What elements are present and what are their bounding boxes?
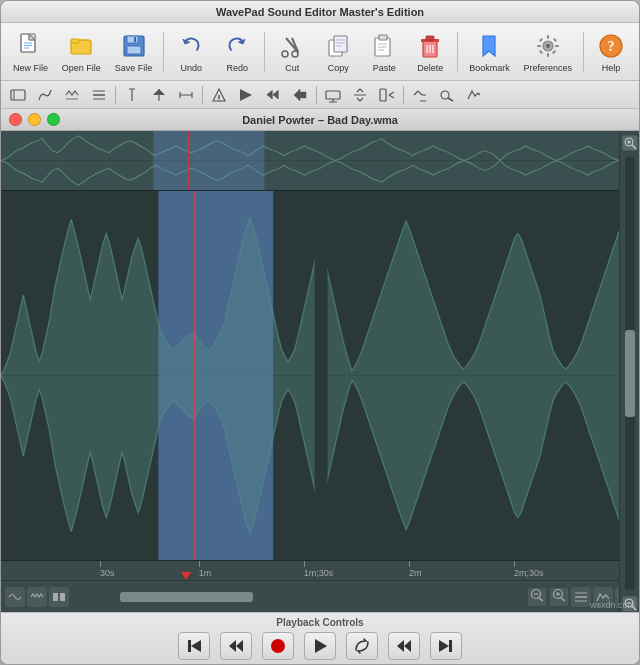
tb2-btn-16[interactable] xyxy=(434,84,460,106)
tb2-btn-1[interactable] xyxy=(5,84,31,106)
open-file-button[interactable]: Open File xyxy=(56,27,107,76)
waveform-icon-btn-3[interactable] xyxy=(49,587,69,607)
tb2-btn-14[interactable] xyxy=(374,84,400,106)
scrollbar-track[interactable] xyxy=(75,592,521,602)
timeline-marker-130s: 1m;30s xyxy=(304,568,334,578)
svg-rect-34 xyxy=(426,36,434,40)
tb2-btn-10[interactable] xyxy=(260,84,286,106)
scrollbar-thumb[interactable] xyxy=(120,592,254,602)
timeline-marker-1m: 1m xyxy=(199,568,212,578)
tb2-btn-9[interactable] xyxy=(233,84,259,106)
svg-marker-64 xyxy=(294,89,306,101)
timeline-marker-230s: 2m;30s xyxy=(514,568,544,578)
tb2-btn-4[interactable] xyxy=(86,84,112,106)
svg-rect-50 xyxy=(11,90,25,100)
tb2-btn-3[interactable] xyxy=(59,84,85,106)
rewind-button[interactable] xyxy=(220,632,252,660)
svg-marker-113 xyxy=(449,640,452,652)
fast-forward-button[interactable] xyxy=(388,632,420,660)
paste-icon xyxy=(368,30,400,62)
svg-point-39 xyxy=(546,44,550,48)
waveform-main[interactable] xyxy=(1,191,639,560)
tb2-btn-8[interactable] xyxy=(206,84,232,106)
overview-waveform-svg xyxy=(1,131,639,190)
copy-label: Copy xyxy=(328,63,349,73)
minimize-button[interactable] xyxy=(28,113,41,126)
preferences-label: Preferences xyxy=(524,63,573,73)
tb2-btn-12[interactable] xyxy=(320,84,346,106)
close-button[interactable] xyxy=(9,113,22,126)
bookmark-button[interactable]: Bookmark xyxy=(463,27,515,76)
waveform-overview[interactable] xyxy=(1,131,639,191)
save-file-button[interactable]: Save File xyxy=(109,27,158,76)
svg-rect-46 xyxy=(539,50,543,54)
waveform-container[interactable]: 30s 1m 1m;30s 2m 2m;30s xyxy=(1,131,639,612)
new-file-icon xyxy=(14,30,46,62)
paste-label: Paste xyxy=(373,63,396,73)
paste-button[interactable]: Paste xyxy=(362,27,406,76)
tb2-btn-11[interactable] xyxy=(287,84,313,106)
svg-rect-40 xyxy=(547,35,549,39)
svg-marker-110 xyxy=(397,640,404,652)
tb2-sep-1 xyxy=(115,86,116,104)
zoom-vertical-track[interactable] xyxy=(625,157,635,590)
svg-marker-106 xyxy=(236,640,243,652)
redo-button[interactable]: Redo xyxy=(215,27,259,76)
zoom-vertical-thumb[interactable] xyxy=(625,330,635,417)
cut-button[interactable]: Cut xyxy=(270,27,314,76)
tb2-btn-2[interactable] xyxy=(32,84,58,106)
svg-rect-44 xyxy=(539,38,543,42)
maximize-button[interactable] xyxy=(47,113,60,126)
svg-marker-63 xyxy=(240,89,252,101)
preferences-button[interactable]: Preferences xyxy=(518,27,578,76)
tb2-btn-17[interactable] xyxy=(461,84,487,106)
title-bar: WavePad Sound Editor Master's Edition xyxy=(1,1,639,23)
svg-point-62 xyxy=(218,99,220,101)
tb2-btn-7[interactable] xyxy=(173,84,199,106)
copy-icon xyxy=(322,30,354,62)
waveform-icon-btn-2[interactable] xyxy=(27,587,47,607)
svg-marker-109 xyxy=(315,639,327,653)
copy-button[interactable]: Copy xyxy=(316,27,360,76)
svg-marker-105 xyxy=(191,640,201,652)
svg-rect-41 xyxy=(547,53,549,57)
zoom-vertical-in-button[interactable] xyxy=(622,135,638,151)
main-waveform-svg xyxy=(1,191,639,560)
tb2-btn-15[interactable] xyxy=(407,84,433,106)
svg-point-21 xyxy=(292,51,298,57)
skip-end-button[interactable] xyxy=(430,632,462,660)
tb2-btn-5[interactable] xyxy=(119,84,145,106)
window-title: Daniel Powter – Bad Day.wma xyxy=(242,114,398,126)
tb2-btn-6[interactable] xyxy=(146,84,172,106)
svg-marker-104 xyxy=(188,640,191,652)
cut-label: Cut xyxy=(285,63,299,73)
svg-rect-17 xyxy=(134,37,136,42)
undo-button[interactable]: Undo xyxy=(169,27,213,76)
svg-rect-15 xyxy=(127,36,138,43)
zoom-out-button[interactable] xyxy=(527,587,547,607)
view-btn-1[interactable] xyxy=(571,587,591,607)
svg-point-73 xyxy=(441,91,449,99)
bookmark-icon xyxy=(473,30,505,62)
svg-rect-84 xyxy=(315,191,328,560)
loop-button[interactable] xyxy=(346,632,378,660)
waveform-icon-btn-1[interactable] xyxy=(5,587,25,607)
save-file-icon xyxy=(118,30,150,62)
svg-rect-83 xyxy=(158,191,273,560)
play-button[interactable] xyxy=(304,632,336,660)
help-button[interactable]: ? Help xyxy=(589,27,633,76)
svg-rect-16 xyxy=(127,46,141,54)
zoom-out-icon xyxy=(529,587,545,606)
main-toolbar: New File Open File xyxy=(1,23,639,81)
new-file-button[interactable]: New File xyxy=(7,27,54,76)
skip-start-button[interactable] xyxy=(178,632,210,660)
zoom-in-button[interactable] xyxy=(549,587,569,607)
record-button[interactable] xyxy=(262,632,294,660)
svg-text:?: ? xyxy=(608,39,615,54)
preferences-icon xyxy=(532,30,564,62)
svg-rect-69 xyxy=(380,89,386,101)
tb2-btn-13[interactable] xyxy=(347,84,373,106)
svg-line-71 xyxy=(389,95,394,98)
delete-icon xyxy=(414,30,446,62)
delete-button[interactable]: Delete xyxy=(408,27,452,76)
